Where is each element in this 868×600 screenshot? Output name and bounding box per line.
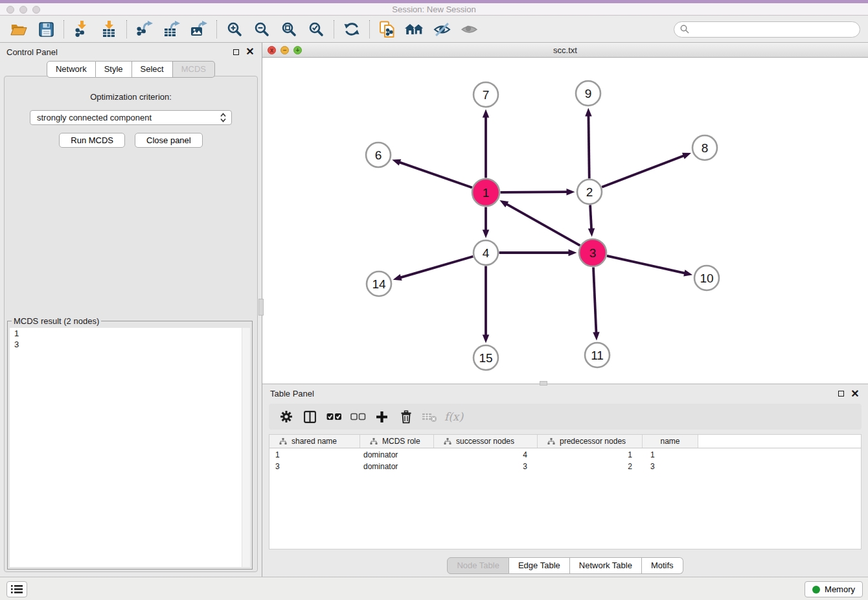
search-icon: [680, 25, 689, 34]
float-table-panel-button[interactable]: [836, 389, 846, 399]
table-settings-button[interactable]: [274, 406, 298, 427]
graph-edge-arrowhead: [483, 230, 489, 238]
cell-mcds-role[interactable]: dominator: [360, 450, 434, 459]
search-box[interactable]: [674, 21, 860, 38]
graph-edge-2-3[interactable]: [590, 205, 591, 229]
new-network-from-selection-button[interactable]: [374, 18, 401, 40]
eye-slash-icon: [433, 22, 451, 37]
graph-edge-arrowhead: [483, 110, 489, 118]
select-all-rows-button[interactable]: [322, 406, 346, 427]
cell-mcds-role[interactable]: dominator: [360, 462, 434, 471]
graph-node-label: 9: [585, 87, 592, 100]
tab-edge-table[interactable]: Edge Table: [509, 557, 570, 574]
close-icon: ✕: [246, 47, 254, 56]
result-scrollbar[interactable]: [242, 328, 250, 567]
zoom-out-icon: [254, 21, 269, 37]
graph-edge-1-6[interactable]: [400, 162, 472, 187]
zoom-out-button[interactable]: [248, 18, 275, 40]
export-network-button[interactable]: [131, 18, 158, 40]
status-bar: Memory: [0, 577, 868, 600]
export-table-button[interactable]: [158, 18, 185, 40]
toolbar-separator: [369, 20, 370, 38]
import-network-button[interactable]: [68, 18, 95, 40]
graph-edge-4-14[interactable]: [400, 257, 473, 278]
optimization-criterion-select[interactable]: strongly connected component: [30, 110, 232, 125]
delete-table-icon: [422, 411, 437, 422]
import-table-button[interactable]: [95, 18, 122, 40]
graph-edge-2-9[interactable]: [588, 115, 589, 178]
hierarchy-icon: [547, 438, 555, 445]
graph-edge-3-11[interactable]: [593, 267, 596, 332]
cell-shared-name[interactable]: 3: [269, 462, 360, 471]
network-window-controls[interactable]: x – +: [268, 46, 302, 54]
deselect-all-rows-button[interactable]: [346, 406, 370, 427]
cell-shared-name[interactable]: 1: [269, 450, 360, 459]
column-header-successor-nodes[interactable]: successor nodes: [434, 435, 538, 448]
apply-layout-button[interactable]: [338, 18, 365, 40]
run-mcds-button[interactable]: Run MCDS: [59, 133, 125, 148]
first-neighbors-button[interactable]: [401, 18, 428, 40]
cell-predecessor-nodes[interactable]: 1: [538, 450, 643, 459]
graph-edge-arrowhead: [392, 159, 401, 166]
column-label: name: [660, 437, 680, 446]
table-row[interactable]: 1 dominator 4 1 1: [269, 450, 861, 460]
graph-edge-1-2[interactable]: [500, 192, 567, 192]
column-header-name[interactable]: name: [643, 435, 698, 448]
table-row[interactable]: 3 dominator 3 2 3: [269, 461, 861, 472]
zoom-fit-button[interactable]: [275, 18, 303, 40]
hide-selection-button[interactable]: [428, 18, 455, 40]
toolbar-separator: [334, 20, 334, 38]
cell-successor-nodes[interactable]: 3: [434, 462, 538, 471]
cell-successor-nodes[interactable]: 4: [434, 450, 538, 459]
tab-network-table[interactable]: Network Table: [570, 557, 642, 574]
graph-edge-2-8[interactable]: [602, 156, 684, 187]
delete-column-button[interactable]: [394, 406, 418, 427]
cell-name[interactable]: 3: [643, 462, 698, 471]
zoom-in-button[interactable]: [221, 18, 248, 40]
task-history-button[interactable]: [6, 581, 27, 597]
close-panel-button[interactable]: ✕: [245, 47, 255, 57]
save-session-button[interactable]: [32, 18, 60, 40]
close-panel-button-mcds[interactable]: Close panel: [135, 133, 203, 148]
horizontal-splitter-handle[interactable]: [540, 381, 547, 386]
close-table-panel-button[interactable]: ✕: [850, 389, 860, 399]
window-titlebar: Session: New Session: [0, 0, 868, 16]
graph-edge-arrowhead: [483, 335, 489, 343]
column-header-predecessor-nodes[interactable]: predecessor nodes: [538, 435, 643, 448]
graph-edge-arrowhead: [585, 108, 591, 116]
cell-name[interactable]: 1: [643, 450, 698, 459]
show-all-button[interactable]: [455, 18, 483, 40]
search-input[interactable]: [692, 23, 854, 36]
add-column-button[interactable]: [370, 406, 394, 427]
column-header-mcds-role[interactable]: MCDS role: [360, 435, 434, 448]
tab-style[interactable]: Style: [96, 61, 132, 78]
tab-motifs[interactable]: Motifs: [642, 557, 683, 574]
vertical-splitter-handle[interactable]: [258, 299, 264, 316]
graph-edge-3-10[interactable]: [607, 256, 685, 273]
network-minimize-button[interactable]: –: [280, 46, 289, 54]
column-header-shared-name[interactable]: shared name: [269, 435, 360, 448]
mcds-result-textarea[interactable]: 1 3: [10, 328, 250, 567]
node-table: shared name MCDS role successor nodes pr…: [269, 434, 862, 549]
tab-network[interactable]: Network: [47, 61, 96, 78]
float-panel-button[interactable]: [231, 47, 241, 57]
table-panel: Table Panel ✕: [262, 384, 868, 577]
open-session-button[interactable]: [5, 18, 32, 40]
network-maximize-button[interactable]: +: [293, 46, 302, 54]
tab-mcds[interactable]: MCDS: [173, 61, 215, 78]
zoom-selected-button[interactable]: [303, 18, 330, 40]
zoom-in-icon: [227, 21, 242, 37]
memory-button[interactable]: Memory: [805, 581, 863, 597]
cell-predecessor-nodes[interactable]: 2: [538, 462, 643, 471]
function-builder-button-disabled: f(x): [442, 406, 466, 427]
network-close-button[interactable]: x: [268, 46, 276, 54]
tab-select[interactable]: Select: [132, 61, 173, 78]
graph-edge-arrowhead: [593, 332, 599, 340]
main-toolbar: [0, 16, 868, 43]
tab-node-table[interactable]: Node Table: [447, 557, 509, 574]
show-column-panel-button[interactable]: [298, 406, 322, 427]
graph-edge-3-1[interactable]: [507, 204, 580, 246]
network-canvas[interactable]: 7968124314101511: [262, 58, 868, 383]
plus-icon: [376, 411, 388, 423]
export-image-button[interactable]: [185, 18, 212, 40]
